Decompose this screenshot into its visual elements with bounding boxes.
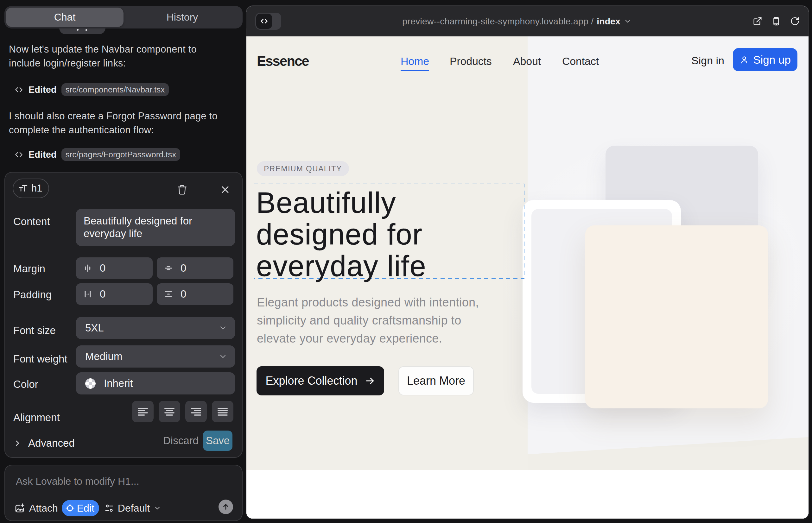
align-right-button[interactable] — [185, 401, 207, 422]
font-size-value: 5XL — [85, 322, 218, 334]
explore-collection-label: Explore Collection — [265, 374, 357, 387]
chevron-right-icon — [13, 439, 21, 447]
edit-mode-button[interactable]: Edit — [62, 500, 99, 516]
edit-action-label: Edited — [29, 85, 57, 95]
badge-dot — [77, 29, 78, 31]
url-bar[interactable]: preview--charming-site-symphony.lovable.… — [281, 16, 753, 26]
padding-x-value: 0 — [100, 288, 105, 300]
font-size-select[interactable]: 5XL — [76, 317, 235, 339]
advanced-label: Advanced — [28, 437, 75, 449]
color-select[interactable]: Inherit — [76, 372, 235, 395]
site-preview: Essence Home Products About Contact Sign… — [246, 36, 809, 519]
nav-link-contact[interactable]: Contact — [562, 54, 599, 68]
mode-select[interactable]: Default — [105, 502, 161, 514]
url-prefix: preview--charming-site-symphony.lovable.… — [402, 16, 594, 26]
send-button[interactable] — [218, 500, 233, 514]
color-swatch — [85, 378, 96, 389]
mode-label: Default — [118, 502, 150, 514]
padding-x-input[interactable]: 0 — [76, 283, 153, 305]
color-label: Color — [13, 378, 38, 390]
user-icon — [740, 55, 749, 65]
chat-composer: Ask Lovable to modify H1... Attach Edit … — [4, 465, 243, 521]
preview-frame: preview--charming-site-symphony.lovable.… — [246, 6, 809, 519]
file-badge[interactable]: src/components/Navbar.tsx — [61, 83, 169, 96]
delete-element-button[interactable] — [176, 183, 189, 196]
close-icon — [219, 184, 231, 195]
tab-chat-label: Chat — [54, 12, 76, 23]
chevron-down-icon — [154, 504, 161, 512]
decor-wedge — [528, 429, 809, 470]
hero-description-line: Elegant products designed with intention… — [257, 296, 479, 309]
padding-y-input[interactable]: 0 — [157, 283, 233, 305]
hero-title[interactable]: Beautifullydesigned foreveryday life — [256, 187, 426, 282]
file-badge[interactable]: src/pages/ForgotPassword.tsx — [61, 148, 180, 161]
align-justify-button[interactable] — [212, 401, 233, 422]
tabs-header: Chat History — [0, 0, 246, 29]
sign-up-button[interactable]: Sign up — [733, 48, 797, 71]
attach-button[interactable]: Attach — [15, 502, 58, 514]
tab-history-label: History — [166, 12, 198, 23]
chat-message: Now let's update the Navbar component to… — [9, 42, 224, 70]
margin-y-value: 0 — [180, 262, 186, 274]
code-icon — [260, 17, 268, 26]
hero-title-selection: Beautifullydesigned foreveryday life — [254, 184, 525, 279]
explore-collection-button[interactable]: Explore Collection — [257, 366, 384, 395]
settings-icon — [105, 503, 114, 513]
learn-more-label: Learn More — [407, 374, 465, 387]
edit-mode-label: Edit — [77, 502, 94, 514]
url-page: index — [597, 16, 620, 26]
align-left-button[interactable] — [132, 401, 154, 422]
margin-x-input[interactable]: 0 — [76, 257, 153, 279]
locate-icon — [65, 503, 75, 513]
hero-description-line: elevate your everyday experience. — [257, 332, 442, 345]
margin-label: Margin — [13, 263, 45, 275]
hero-description-line: simplicity and quality craftsmanship to — [257, 314, 461, 327]
discard-button[interactable]: Discard — [163, 431, 198, 451]
padding-vertical-icon — [163, 289, 174, 299]
hero-title-line: designed for — [256, 218, 423, 250]
chevron-down-icon — [218, 352, 227, 361]
save-button[interactable]: Save — [203, 431, 232, 451]
decor-card-cream — [585, 226, 768, 409]
file-edit-row: Edited src/components/Navbar.tsx — [15, 83, 169, 96]
open-external-button[interactable] — [753, 16, 762, 26]
refresh-button[interactable] — [790, 16, 800, 26]
hero-title-line: everyday life — [256, 250, 426, 282]
sign-in-link[interactable]: Sign in — [691, 54, 724, 67]
font-weight-select[interactable]: Medium — [76, 345, 235, 367]
mobile-view-button[interactable] — [772, 16, 781, 26]
type-icon — [18, 184, 28, 193]
chevron-down-icon — [218, 324, 227, 332]
alignment-label: Alignment — [13, 412, 60, 423]
align-justify-icon — [217, 405, 229, 418]
advanced-toggle[interactable]: Advanced — [13, 437, 75, 449]
chevron-down-icon — [623, 17, 632, 25]
hero-badge: PREMIUM QUALITY — [257, 161, 349, 176]
composer-toolbar: Attach Edit Default — [15, 500, 233, 516]
nav-link-home[interactable]: Home — [401, 54, 429, 68]
section-below-hero — [246, 470, 809, 519]
chat-message: I should also create a Forgot Password p… — [9, 109, 224, 137]
close-editor-button[interactable] — [219, 183, 231, 196]
nav-link-products[interactable]: Products — [450, 54, 492, 68]
nav-link-about[interactable]: About — [513, 54, 541, 68]
margin-y-input[interactable]: 0 — [157, 257, 233, 279]
edit-action-label: Edited — [29, 149, 57, 160]
composer-input[interactable]: Ask Lovable to modify H1... — [16, 475, 139, 487]
align-center-button[interactable] — [159, 401, 180, 422]
element-tag-label: h1 — [31, 183, 42, 194]
topbar-actions — [753, 16, 800, 26]
learn-more-button[interactable]: Learn More — [399, 366, 474, 395]
arrow-right-icon — [365, 376, 375, 386]
site-logo[interactable]: Essence — [257, 53, 309, 69]
refresh-icon — [790, 16, 800, 26]
code-preview-toggle[interactable] — [255, 13, 281, 30]
align-center-icon — [163, 405, 175, 418]
align-right-icon — [190, 405, 202, 418]
selected-element-chip: h1 — [13, 179, 49, 198]
tab-bar: Chat History — [4, 6, 243, 29]
margin-horizontal-icon — [83, 263, 93, 273]
tab-history[interactable]: History — [124, 7, 241, 27]
content-textarea[interactable]: Beautifully designed for everyday life — [76, 209, 235, 246]
tab-chat[interactable]: Chat — [6, 7, 124, 27]
